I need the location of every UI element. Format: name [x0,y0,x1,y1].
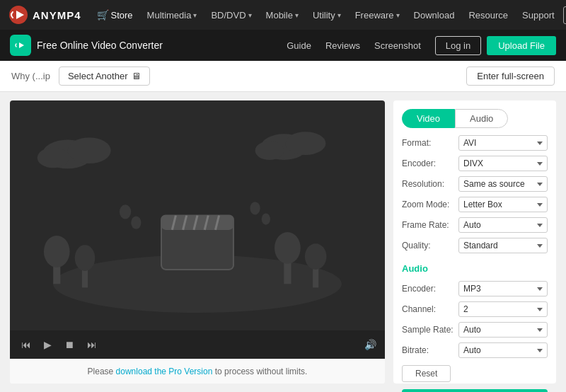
video-area [10,100,385,330]
nav-item-multimedia[interactable]: Multimedia ▾ [142,0,203,30]
store-icon: 🛒 [97,9,109,21]
svg-point-7 [37,148,69,168]
nav-item-bddvd[interactable]: BD/DVD ▾ [205,0,257,30]
nav-item-support[interactable]: Support [516,0,560,30]
monitor-icon: 🖥 [132,71,141,81]
svg-point-17 [275,232,301,264]
subnav-screenshot[interactable]: Screenshot [374,40,421,51]
samplerate-select[interactable]: Auto [458,322,548,338]
nav-item-download[interactable]: Download [408,0,461,30]
svg-point-30 [262,213,270,224]
format-label: Format: [402,138,458,148]
reset-button[interactable]: Reset [402,365,451,382]
channel-label: Channel: [402,304,458,314]
sub-logo: Free Online Video Converter [10,35,287,56]
sub-nav-links: Guide Reviews Screenshot [287,40,421,51]
select-another-button[interactable]: Select Another 🖥 [59,67,151,86]
subnav-upload-button[interactable]: Upload File [487,36,556,55]
nav-item-freeware[interactable]: Freeware ▾ [350,0,405,30]
audio-encoder-label: Encoder: [402,284,458,294]
fullscreen-button[interactable]: Enter full-screen [466,67,555,86]
subnav-reviews[interactable]: Reviews [325,40,360,51]
svg-point-28 [131,217,141,229]
encoder-select[interactable]: DIVX [458,156,548,171]
resolution-label: Resolution: [402,179,458,189]
video-settings: Format: AVI Encoder: DIVX Resolution: Sa… [402,135,548,253]
nav-item-resource[interactable]: Resource [463,0,514,30]
quality-select[interactable]: Standard [458,238,548,253]
nav-item-utility[interactable]: Utility ▾ [307,0,347,30]
nav-item-mobile[interactable]: Mobile ▾ [260,0,304,30]
nav-item-store[interactable]: 🛒 Store [91,0,139,30]
chevron-down-icon: ▾ [396,11,400,19]
svg-point-13 [44,236,70,267]
video-footer: Please download the Pro Version to proce… [10,359,385,384]
video-controls: ⏮ ▶ ⏹ ⏭ 🔊 [10,330,385,359]
audio-encoder-select[interactable]: MP3 [458,281,548,296]
converter-icon [13,38,28,52]
svg-point-29 [250,202,260,214]
framerate-select[interactable]: Auto [458,217,548,233]
video-panel: ⏮ ▶ ⏹ ⏭ 🔊 Please download the Pro Versio… [10,100,385,384]
resolution-select[interactable]: Same as source [458,176,548,192]
main-content: ⏮ ▶ ⏹ ⏭ 🔊 Please download the Pro Versio… [0,92,566,392]
save-button[interactable]: Save ↩ [402,389,548,392]
channel-select[interactable]: 2 [458,301,548,317]
sub-navigation: Free Online Video Converter Guide Review… [0,30,566,61]
tab-audio[interactable]: Audio [455,109,508,128]
nav-login-button[interactable]: Login [563,6,566,24]
svg-point-9 [285,132,325,155]
settings-panel: Video Audio Format: AVI Encoder: DIVX Re… [393,100,556,384]
format-select[interactable]: AVI [458,135,548,151]
play-button[interactable]: ▶ [41,338,54,352]
bitrate-row: Bitrate: Auto [402,342,548,358]
chevron-down-icon: ▾ [193,11,197,19]
zoom-label: Zoom Mode: [402,200,458,209]
pro-version-link[interactable]: download the Pro Version [116,367,213,376]
video-scene-svg [10,100,385,330]
zoom-row: Zoom Mode: Letter Box [402,197,548,212]
svg-point-15 [75,245,96,271]
sub-logo-icon [10,35,31,56]
logo-text: ANYMP4 [33,9,81,21]
quality-row: Quality: Standard [402,238,548,253]
bitrate-select[interactable]: Auto [458,342,548,358]
svg-point-6 [68,137,111,163]
save-button-row: Save ↩ [402,389,548,392]
svg-point-19 [305,243,327,270]
chevron-down-icon: ▾ [248,11,252,19]
audio-encoder-row: Encoder: MP3 [402,281,548,296]
chevron-down-icon: ▾ [337,11,341,19]
rewind-button[interactable]: ⏮ [18,338,34,352]
format-row: Format: AVI [402,135,548,151]
anymp4-logo-icon [8,5,28,25]
encoder-label: Encoder: [402,158,458,168]
chevron-down-icon: ▾ [295,11,299,19]
samplerate-label: Sample Rate: [402,325,458,335]
subnav-guide[interactable]: Guide [287,40,311,51]
quality-label: Quality: [402,241,458,250]
sub-logo-title: Free Online Video Converter [37,40,163,51]
volume-icon[interactable]: 🔊 [364,339,376,350]
svg-point-27 [120,204,131,219]
framerate-label: Frame Rate: [402,220,458,230]
why-text: Why (...ip [11,71,50,81]
audio-section-title: Audio [402,263,548,274]
fast-forward-button[interactable]: ⏭ [84,338,100,352]
top-navigation: ANYMP4 🛒 Store Multimedia ▾ BD/DVD ▾ Mob… [0,0,566,30]
toolbar: Why (...ip Select Another 🖥 Enter full-s… [0,61,566,92]
logo[interactable]: ANYMP4 [8,5,81,25]
sub-nav-buttons: Log in Upload File [435,36,556,55]
settings-tabs: Video Audio [402,109,548,128]
audio-settings: Encoder: MP3 Channel: 2 Sample Rate: Aut… [402,281,548,358]
subnav-login-button[interactable]: Log in [435,36,481,55]
encoder-row: Encoder: DIVX [402,156,548,171]
framerate-row: Frame Rate: Auto [402,217,548,233]
zoom-select[interactable]: Letter Box [458,197,548,212]
bitrate-label: Bitrate: [402,345,458,355]
resolution-row: Resolution: Same as source [402,176,548,192]
stop-button[interactable]: ⏹ [62,338,77,352]
svg-point-10 [255,142,284,161]
tab-video[interactable]: Video [402,109,455,128]
samplerate-row: Sample Rate: Auto [402,322,548,338]
